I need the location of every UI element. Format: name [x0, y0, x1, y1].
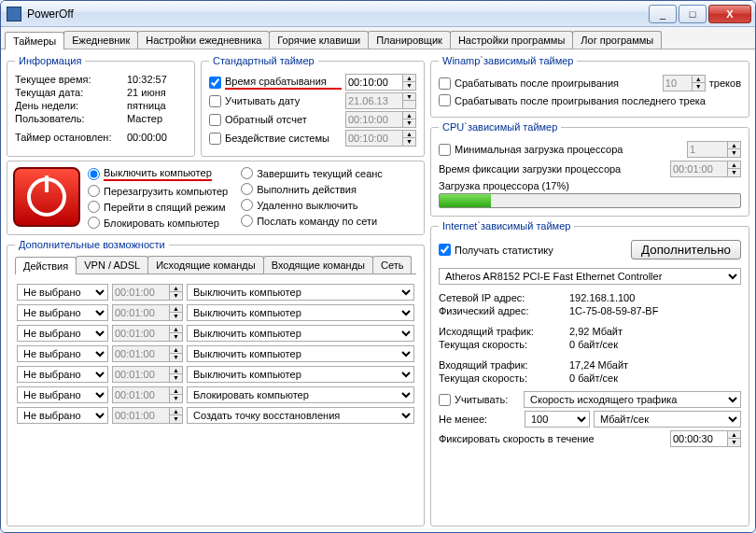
user: Мастер	[127, 113, 187, 124]
use-date-field[interactable]	[345, 92, 403, 109]
adapter-select[interactable]: Atheros AR8152 PCI-E Fast Ethernet Contr…	[439, 268, 741, 285]
cpu-fix-time-field[interactable]	[670, 161, 728, 177]
idle-checkbox[interactable]	[209, 133, 221, 145]
subtab-network[interactable]: Сеть	[372, 256, 412, 274]
trigger-time-field[interactable]	[345, 74, 403, 91]
cpu-min-load-field[interactable]	[687, 141, 728, 158]
table-row: Не выбрано▲▼Блокировать компьютер	[15, 386, 416, 403]
row-action-select[interactable]: Выключить компьютер	[187, 366, 414, 383]
row-action-select[interactable]: Выключить компьютер	[187, 284, 414, 301]
row-action-select[interactable]: Блокировать компьютер	[187, 386, 414, 403]
tab-diary-settings[interactable]: Настройки ежедневника	[137, 31, 270, 49]
maximize-button[interactable]: □	[679, 5, 707, 23]
idle-field[interactable]	[345, 130, 403, 147]
row-time-spinner[interactable]: ▲▼	[170, 345, 183, 362]
extra-button[interactable]: Дополнительно	[631, 240, 741, 259]
radio-restart[interactable]: Перезагрузить компьютер	[88, 185, 228, 197]
row-cond-select[interactable]: Не выбрано	[17, 345, 108, 362]
row-cond-select[interactable]: Не выбрано	[17, 386, 108, 403]
ip-label: Сетевой IP адрес:	[439, 292, 569, 303]
consider-select[interactable]: Скорость исходящего трафика	[524, 391, 741, 408]
cpu-load-label: Загрузка процессора (17%)	[439, 180, 741, 191]
get-stats-checkbox[interactable]	[439, 244, 451, 256]
tab-diary[interactable]: Ежедневник	[63, 31, 138, 49]
table-row: Не выбрано▲▼Создать точку восстановления	[15, 407, 416, 424]
row-time-field[interactable]	[112, 386, 170, 403]
winamp-tracks-spinner[interactable]: ▲▼	[693, 75, 706, 91]
row-time-field[interactable]	[112, 366, 170, 383]
minimize-button[interactable]: _	[649, 5, 677, 23]
radio-remote-off[interactable]: Удаленно выключить	[241, 199, 383, 211]
row-time-field[interactable]	[112, 284, 170, 301]
row-cond-select[interactable]: Не выбрано	[17, 366, 108, 383]
subtab-incoming[interactable]: Входящие команды	[263, 256, 373, 274]
radio-logoff[interactable]: Завершить текущий сеанс	[241, 167, 383, 179]
row-action-select[interactable]: Создать точку восстановления	[187, 407, 414, 424]
row-time-spinner[interactable]: ▲▼	[170, 304, 183, 321]
tab-program-settings[interactable]: Настройки программы	[450, 31, 573, 49]
row-time-field[interactable]	[112, 304, 170, 321]
mac-label: Физический адрес:	[439, 305, 569, 316]
row-cond-select[interactable]: Не выбрано	[17, 325, 108, 342]
row-time-spinner[interactable]: ▲▼	[170, 325, 183, 342]
winamp-after-play-checkbox[interactable]	[439, 77, 451, 90]
cpu-group: CPU`зависимый таймер Минимальная загрузк…	[430, 121, 749, 217]
row-time-field[interactable]	[112, 325, 170, 342]
subtab-vpn[interactable]: VPN / ADSL	[76, 256, 148, 274]
use-date-dropdown[interactable]: ▼	[403, 92, 416, 109]
consider-checkbox[interactable]	[439, 394, 451, 406]
row-action-select[interactable]: Выключить компьютер	[187, 325, 414, 342]
in-speed-value: 0 байт/сек	[569, 372, 741, 384]
radio-sleep[interactable]: Перейти в спящий режим	[88, 201, 228, 213]
radio-run-actions[interactable]: Выполнить действия	[241, 183, 383, 195]
trigger-time-spinner[interactable]: ▲▼	[403, 74, 416, 91]
table-row: Не выбрано▲▼Выключить компьютер	[15, 304, 416, 321]
row-action-select[interactable]: Выключить компьютер	[187, 304, 414, 321]
countdown-spinner[interactable]: ▲▼	[403, 111, 416, 128]
radio-lock[interactable]: Блокировать компьютер	[88, 217, 228, 229]
fix-speed-label: Фиксировать скорость в течение	[439, 433, 666, 444]
row-time-spinner[interactable]: ▲▼	[170, 284, 183, 301]
not-less-value-select[interactable]: 100	[525, 411, 590, 428]
use-date-checkbox[interactable]	[209, 95, 221, 107]
tab-log[interactable]: Лог программы	[572, 31, 662, 49]
cpu-min-load-spinner[interactable]: ▲▼	[728, 141, 741, 158]
close-button[interactable]: X	[708, 5, 751, 23]
radio-send-net[interactable]: Послать команду по сети	[241, 215, 383, 227]
row-time-spinner[interactable]: ▲▼	[170, 407, 183, 424]
fix-speed-spinner[interactable]: ▲▼	[728, 430, 741, 447]
action-block: Выключить компьютер Перезагрузить компью…	[7, 161, 425, 235]
user-label: Пользователь:	[15, 113, 127, 124]
row-time-field[interactable]	[112, 407, 170, 424]
cpu-fix-time-spinner[interactable]: ▲▼	[728, 161, 741, 177]
fix-speed-field[interactable]	[670, 430, 728, 447]
trigger-time-checkbox[interactable]	[209, 77, 221, 89]
subtab-outgoing[interactable]: Исходящие команды	[147, 256, 264, 274]
radio-shutdown[interactable]: Выключить компьютер	[88, 167, 228, 181]
tab-scheduler[interactable]: Планировщик	[368, 31, 451, 49]
tab-timers[interactable]: Таймеры	[5, 32, 64, 49]
extra-legend: Дополнительные возможности	[15, 239, 169, 250]
row-cond-select[interactable]: Не выбрано	[17, 304, 108, 321]
row-time-field[interactable]	[112, 345, 170, 362]
tab-hotkeys[interactable]: Горячие клавиши	[269, 31, 369, 49]
cpu-min-load-checkbox[interactable]	[439, 144, 451, 156]
row-cond-select[interactable]: Не выбрано	[17, 284, 108, 301]
extra-group: Дополнительные возможности Действия VPN …	[7, 239, 425, 526]
not-less-unit-select[interactable]: Мбайт/сек	[594, 411, 741, 428]
row-action-select[interactable]: Выключить компьютер	[187, 345, 414, 362]
out-speed-label: Текущая скорость:	[439, 339, 569, 350]
row-time-spinner[interactable]: ▲▼	[170, 366, 183, 383]
titlebar[interactable]: PowerOff _ □ X	[1, 1, 755, 27]
timer-stopped: 00:00:00	[127, 132, 187, 143]
row-cond-select[interactable]: Не выбрано	[17, 407, 108, 424]
winamp-after-last-checkbox[interactable]	[439, 94, 451, 106]
subtab-actions[interactable]: Действия	[15, 257, 77, 274]
idle-spinner[interactable]: ▲▼	[403, 130, 416, 147]
info-group: Информация Текущее время:10:32:57 Текуща…	[7, 55, 195, 157]
winamp-tracks-field[interactable]	[663, 75, 693, 91]
countdown-field[interactable]	[345, 111, 403, 128]
not-less-label: Не менее:	[439, 414, 521, 425]
countdown-checkbox[interactable]	[209, 114, 221, 126]
row-time-spinner[interactable]: ▲▼	[170, 386, 183, 403]
